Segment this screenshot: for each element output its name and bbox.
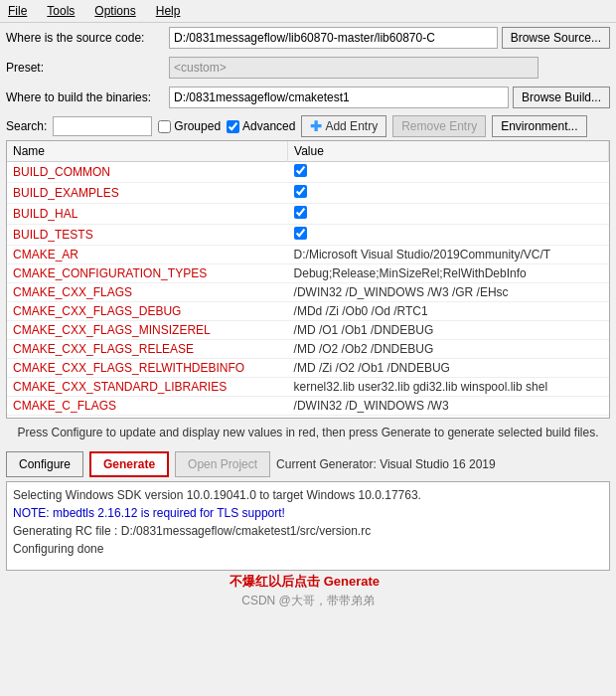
table-cell-name: BUILD_TESTS [7,225,288,246]
search-label: Search: [6,119,47,133]
build-input[interactable] [169,87,509,108]
table-cell-value: kernel32.lib user32.lib gdi32.lib winspo… [288,378,609,397]
table-cell-name: CMAKE_C_FLAGS [7,397,288,416]
log-line: NOTE: mbedtls 2.16.12 is required for TL… [13,504,603,522]
preset-row: Preset: Browse... [0,53,616,83]
table-cell-value: /MD /O2 /Ob2 /DNDEBUG [288,340,609,359]
table-cell-name: CMAKE_AR [7,246,288,264]
source-label: Where is the source code: [6,31,165,45]
table-row[interactable]: CMAKE_CXX_FLAGS_RELWITHDEBINFO/MD /Zi /O… [7,359,609,378]
table-row[interactable]: CMAKE_CXX_FLAGS_DEBUG/MDd /Zi /Ob0 /Od /… [7,302,609,321]
browse-build-button[interactable]: Browse Build... [513,87,610,108]
advanced-checkbox-label[interactable]: Advanced [227,119,295,133]
table-row[interactable]: CMAKE_ARD:/Microsoft Visual Studio/2019C… [7,246,609,264]
table-checkbox[interactable] [294,206,307,219]
plus-icon: ✚ [310,118,322,134]
table-cell-value: /MD /Zi /O2 /Ob1 /DNDEBUG [288,359,609,378]
preset-input[interactable] [169,57,539,79]
table-row[interactable]: CMAKE_C_FLAGS/DWIN32 /D_WINDOWS /W3 [7,397,609,416]
action-row: Configure Generate Open Project Current … [0,447,616,481]
table-checkbox[interactable] [294,227,307,240]
log-line: Generating RC file : D:/0831messageflow/… [13,522,603,540]
cmake-table[interactable]: Name Value BUILD_COMMONBUILD_EXAMPLESBUI… [6,140,610,419]
advanced-checkbox[interactable] [227,120,239,133]
table-cell-name: BUILD_HAL [7,204,288,225]
log-line: Selecting Windows SDK version 10.0.19041… [13,486,603,504]
table-row[interactable]: CMAKE_CXX_FLAGS_RELEASE/MD /O2 /Ob2 /DND… [7,340,609,359]
table-cell-name: BUILD_EXAMPLES [7,183,288,204]
table-cell-name: BUILD_COMMON [7,162,288,183]
table-row[interactable]: CMAKE_CXX_STANDARD_LIBRARIESkernel32.lib… [7,378,609,397]
table-cell-name: CMAKE_CXX_FLAGS_MINSIZEREL [7,321,288,340]
col-name-header: Name [7,141,288,162]
table-cell-name: CMAKE_CXX_FLAGS_RELEASE [7,340,288,359]
configure-button[interactable]: Configure [6,451,83,477]
table-cell-name: CMAKE_CXX_FLAGS_RELWITHDEBINFO [7,359,288,378]
table-cell-name: CMAKE_CXX_FLAGS [7,283,288,302]
generate-button[interactable]: Generate [89,451,169,477]
menu-tools[interactable]: Tools [43,2,78,20]
generator-label: Current Generator: Visual Studio 16 2019 [276,457,496,471]
remove-entry-button[interactable]: Remove Entry [392,115,486,137]
source-input[interactable] [169,27,498,49]
menu-options[interactable]: Options [90,2,139,20]
table-cell-name: CMAKE_CXX_FLAGS_DEBUG [7,302,288,321]
add-entry-button[interactable]: ✚ Add Entry [301,115,386,137]
browse-source-button[interactable]: Browse Source... [502,27,610,49]
table-checkbox[interactable] [294,185,307,198]
table-cell-name: CMAKE_CONFIGURATION_TYPES [7,264,288,283]
table-row[interactable]: CMAKE_CONFIGURATION_TYPESDebug;Release;M… [7,264,609,283]
table-cell-value [288,162,609,183]
table-row[interactable]: CMAKE_CXX_FLAGS_MINSIZEREL/MD /O1 /Ob1 /… [7,321,609,340]
col-value-header: Value [288,141,609,162]
table-cell-value: /DWIN32 /D_WINDOWS /W3 /GR /EHsc [288,283,609,302]
open-project-button[interactable]: Open Project [175,451,270,477]
table-row[interactable]: CMAKE_CXX_FLAGS/DWIN32 /D_WINDOWS /W3 /G… [7,283,609,302]
status-text: Press Configure to update and display ne… [17,426,598,439]
watermark-text: 不爆红以后点击 Generate [230,574,380,589]
watermark-author: CSDN @大哥，带带弟弟 [0,593,616,613]
table-cell-value: /MDd /Zi /Ob0 /Od /RTC1 [288,302,609,321]
table-row[interactable]: BUILD_EXAMPLES [7,183,609,204]
watermark-sub [384,575,386,589]
environment-button[interactable]: Environment... [492,115,586,137]
table-row[interactable]: BUILD_COMMON [7,162,609,183]
table-header: Name Value [7,141,609,162]
table-row[interactable]: BUILD_HAL [7,204,609,225]
source-row: Where is the source code: Browse Source.… [0,23,616,53]
grouped-checkbox-label[interactable]: Grouped [158,119,221,133]
status-bar: Press Configure to update and display ne… [0,419,616,447]
toolbar-row: Search: Grouped Advanced ✚ Add Entry Rem… [0,112,616,140]
log-line: Configuring done [13,540,603,558]
table-cell-value: /MD /O1 /Ob1 /DNDEBUG [288,321,609,340]
table-cell-value [288,225,609,246]
table-cell-value [288,204,609,225]
build-row: Where to build the binaries: Browse Buil… [0,83,616,112]
table-cell-name: CMAKE_CXX_STANDARD_LIBRARIES [7,378,288,397]
preset-label: Preset: [6,61,165,75]
table-body: BUILD_COMMONBUILD_EXAMPLESBUILD_HALBUILD… [7,162,609,420]
log-area: Selecting Windows SDK version 10.0.19041… [6,481,610,571]
table-cell-value: /DWIN32 /D_WINDOWS /W3 [288,397,609,416]
search-input[interactable] [53,116,152,136]
watermark: 不爆红以后点击 Generate [0,571,616,593]
build-label: Where to build the binaries: [6,90,165,104]
menu-help[interactable]: Help [152,2,185,20]
table-cell-value: Debug;Release;MinSizeRel;RelWithDebInfo [288,264,609,283]
menu-bar: File Tools Options Help [0,0,616,23]
table-cell-value [288,183,609,204]
table-row[interactable]: BUILD_TESTS [7,225,609,246]
grouped-checkbox[interactable] [158,120,171,133]
menu-file[interactable]: File [4,2,31,20]
table-checkbox[interactable] [294,164,307,177]
table-cell-value: D:/Microsoft Visual Studio/2019Community… [288,246,609,264]
